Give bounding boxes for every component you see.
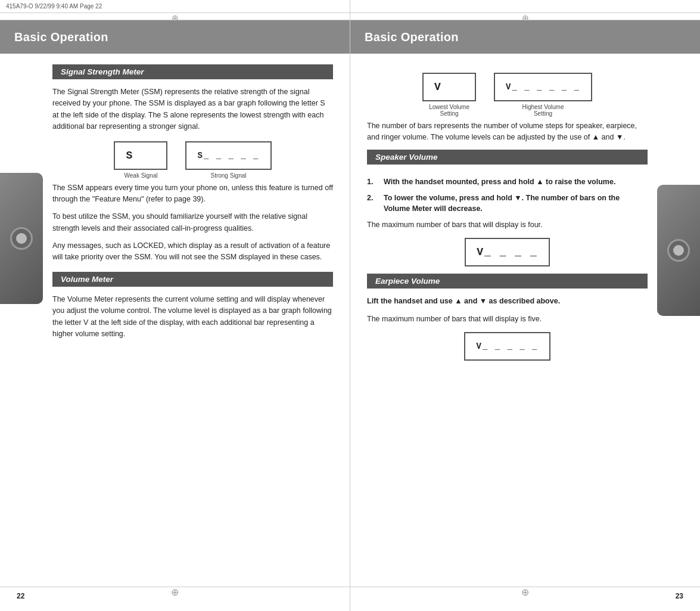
weak-signal-display: S [114,141,167,170]
right-top-crosshair-row: ⊕ [350,13,700,20]
speaker-item-2: 2. To lower the volume, press and hold ▼… [367,193,648,215]
volume-intro-text: The number of bars represents the number… [367,120,648,144]
signal-para2: The SSM appears every time you turn your… [52,182,333,206]
strong-signal-display: S_ _ _ _ _ [185,141,271,170]
lowest-volume-display: V [422,73,476,101]
right-meta-bar [350,0,700,13]
highest-volume-label: Highest VolumeSetting [522,104,564,117]
signal-strength-title: Signal Strength Meter [52,64,333,79]
strong-signal-label: Strong Signal [210,172,246,179]
phone-icon-inner-left [16,233,27,244]
signal-display-row: S Weak Signal S_ _ _ _ _ Strong Signal [52,141,333,179]
right-page-number: 23 [676,592,683,600]
speaker-after-text: The maximum number of bars that will dis… [367,219,648,231]
phone-icon-inner-right [673,245,684,256]
speaker-display-center: V_ _ _ _ [367,238,648,266]
meta-bar: 415A79-O 9/22/99 9:40 AM Page 22 [0,0,350,13]
left-section-header: Basic Operation [0,20,350,54]
earpiece-volume-title: Earpiece Volume [367,274,648,289]
highest-volume-wrap: V_ _ _ _ _ _ Highest VolumeSetting [494,73,592,117]
volume-display-row: V Lowest VolumeSetting V_ _ _ _ _ _ High… [367,73,648,117]
strong-signal-wrap: S_ _ _ _ _ Strong Signal [185,141,271,179]
volume-meter-title: Volume Meter [52,272,333,287]
earpiece-bold-text: Lift the handset and use ▲ and ▼ as desc… [367,296,648,307]
speaker-volume-list: 1. With the handset mounted, press and h… [367,176,648,215]
speaker-item-1: 1. With the handset mounted, press and h… [367,176,648,188]
earpiece-display: V_ _ _ _ _ [464,332,550,361]
highest-volume-display: V_ _ _ _ _ _ [494,73,592,101]
phone-icon-right [667,239,690,262]
right-content: V Lowest VolumeSetting V_ _ _ _ _ _ High… [350,54,700,379]
lowest-volume-label: Lowest VolumeSetting [429,104,469,117]
left-page: 415A79-O 9/22/99 9:40 AM Page 22 ⊕ Basic… [0,0,350,611]
right-bottom-crosshair: ⊕ [521,587,529,598]
left-content: Signal Strength Meter The Signal Strengt… [0,54,350,356]
weak-signal-wrap: S Weak Signal [114,141,167,179]
page-container: 415A79-O 9/22/99 9:40 AM Page 22 ⊕ Basic… [0,0,700,611]
volume-para1: The Volume Meter represents the current … [52,294,333,340]
right-section-header: Basic Operation [350,20,700,54]
signal-para1: The Signal Strength Meter (SSM) represen… [52,86,333,133]
weak-signal-label: Weak Signal [125,172,158,179]
speaker-volume-title: Speaker Volume [367,150,648,165]
right-phone-image [657,185,700,316]
right-page: ⊕ Basic Operation V Lowest VolumeSetting [350,0,700,611]
earpiece-display-center: V_ _ _ _ _ [367,332,648,361]
speaker-display: V_ _ _ _ [465,238,549,266]
lowest-volume-wrap: V Lowest VolumeSetting [422,73,476,117]
left-page-number: 22 [17,592,24,600]
earpiece-after-text: The maximum number of bars that will dis… [367,314,648,325]
left-bottom-crosshair: ⊕ [171,587,179,598]
right-header-title: Basic Operation [365,30,459,44]
phone-icon-left [10,227,33,250]
left-header-title: Basic Operation [14,30,108,44]
left-phone-image [0,173,43,304]
meta-text: 415A79-O 9/22/99 9:40 AM Page 22 [6,3,102,10]
signal-para4: Any messages, such as LOCKED, which disp… [52,240,333,263]
signal-para3: To best utilize the SSM, you should fami… [52,211,333,234]
